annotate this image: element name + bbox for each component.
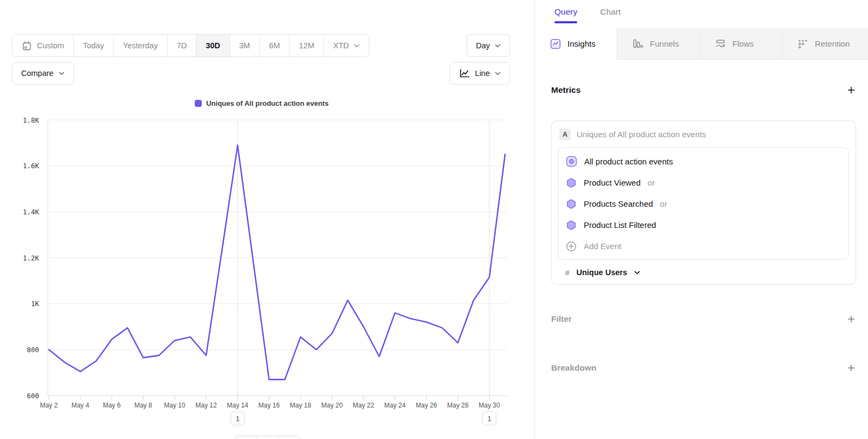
add-filter-button[interactable]: + [847,314,855,325]
svg-text:1K: 1K [31,300,40,308]
add-metric-button[interactable]: + [847,85,855,96]
tab-chart[interactable]: Chart [600,7,621,23]
tab-retention[interactable]: Retention [782,28,868,60]
event-row-product-viewed[interactable]: Product Viewed or [559,172,848,193]
svg-text:1.6K: 1.6K [23,162,40,170]
number-icon: # [565,269,570,277]
svg-text:May 14: May 14 [227,402,248,409]
svg-text:May 24: May 24 [384,402,406,409]
series-title: Uniques of All product action events [577,130,706,139]
svg-text:1.4K: 1.4K [23,208,40,216]
filter-section-header: Filter + [551,314,855,325]
svg-text:May 28: May 28 [447,402,469,409]
svg-text:May 26: May 26 [416,402,437,409]
measure-dropdown[interactable]: # Unique Users [558,260,849,280]
svg-text:May 10: May 10 [164,402,186,409]
filter-heading: Filter [551,314,572,324]
svg-text:May 18: May 18 [290,402,311,409]
svg-text:1.2K: 1.2K [23,254,40,262]
svg-text:May 22: May 22 [353,402,374,409]
add-event-button[interactable]: Add Event [559,236,848,257]
metric-series-header[interactable]: A Uniques of All product action events [558,128,849,140]
annotation-badge[interactable]: 1 [482,411,496,425]
chevron-down-icon [495,72,501,75]
flows-icon [715,39,726,49]
breakdown-heading: Breakdown [551,363,597,373]
range-yesterday-button[interactable]: Yesterday [113,35,167,56]
hexagon-event-icon [566,199,577,209]
compare-dropdown[interactable]: Compare [12,62,74,85]
tab-funnels[interactable]: Funnels [617,28,700,60]
toolbar-secondary: Compare Line [12,62,510,85]
date-range-picker: Custom Today Yesterday 7D 30D 3M 6M 12M … [12,34,369,57]
hexagon-event-icon [566,177,577,188]
query-panel: Query Chart Insights Funnels Flows [534,0,868,439]
range-today-button[interactable]: Today [73,35,113,56]
range-3m-button[interactable]: 3M [229,35,259,56]
chevron-down-icon [354,44,360,48]
event-row-product-list-filtered[interactable]: Product List Filtered [559,214,848,236]
chart-type-dropdown[interactable]: Line [449,62,510,85]
svg-text:1.8K: 1.8K [23,116,40,124]
annotation-badge[interactable]: 1 [231,411,245,425]
legend-swatch [195,100,202,107]
range-30d-button[interactable]: 30D [196,35,229,56]
chart-panel: Custom Today Yesterday 7D 30D 3M 6M 12M … [0,0,534,439]
range-custom-button[interactable]: Custom [12,35,73,56]
event-row-all-product-action-events[interactable]: All product action events [559,150,848,172]
funnels-icon [633,39,643,49]
tab-query[interactable]: Query [554,7,577,23]
plus-circle-icon [566,241,577,252]
line-chart-plot[interactable]: 6008001K1.2K1.4K1.6K1.8KMay 2May 4May 6M… [0,114,534,439]
svg-text:May 4: May 4 [72,402,90,409]
report-type-tabs: Insights Funnels Flows Retention [535,28,868,60]
svg-text:May 20: May 20 [321,402,343,409]
event-row-products-searched[interactable]: Products Searched or [559,193,848,214]
active-tab-underline [554,21,577,23]
event-group-icon [566,156,577,167]
retention-icon [797,39,808,49]
event-list: All product action events Product Viewed… [558,147,849,260]
line-chart-icon [458,68,470,79]
svg-text:May 8: May 8 [135,402,152,409]
svg-text:800: 800 [27,346,39,354]
range-12m-button[interactable]: 12M [289,35,323,56]
svg-text:May 30: May 30 [478,402,500,409]
series-letter-badge: A [559,129,571,140]
chart-legend[interactable]: Uniques of All product action events [0,99,524,107]
svg-text:May 16: May 16 [258,402,280,409]
chevron-down-icon [495,44,501,48]
legend-label: Uniques of All product action events [206,99,329,107]
breakdown-section-header: Breakdown + [551,362,855,373]
svg-text:May 2: May 2 [40,402,58,409]
insights-icon [550,39,561,49]
metrics-heading: Metrics [551,85,580,95]
range-xtd-button[interactable]: XTD [323,35,369,56]
toolbar-primary: Custom Today Yesterday 7D 30D 3M 6M 12M … [12,34,510,57]
metrics-section-header: Metrics + [551,85,855,96]
annotation-mini-toolbar[interactable] [234,436,301,439]
add-breakdown-button[interactable]: + [847,362,855,373]
range-label: Custom [37,41,64,50]
range-6m-button[interactable]: 6M [259,35,289,56]
tab-flows[interactable]: Flows [700,28,782,60]
svg-text:600: 600 [27,392,39,400]
chevron-down-icon [634,271,640,275]
tab-insights[interactable]: Insights [535,28,617,60]
calendar-icon [22,41,32,51]
svg-text:May 6: May 6 [103,402,121,409]
range-7d-button[interactable]: 7D [167,35,196,56]
metric-card: A Uniques of All product action events A… [551,120,856,285]
interval-dropdown[interactable]: Day [467,34,510,57]
chevron-down-icon [59,72,65,75]
panel-mode-tabs: Query Chart [554,7,621,23]
hexagon-event-icon [566,220,577,231]
svg-text:May 12: May 12 [195,402,217,409]
